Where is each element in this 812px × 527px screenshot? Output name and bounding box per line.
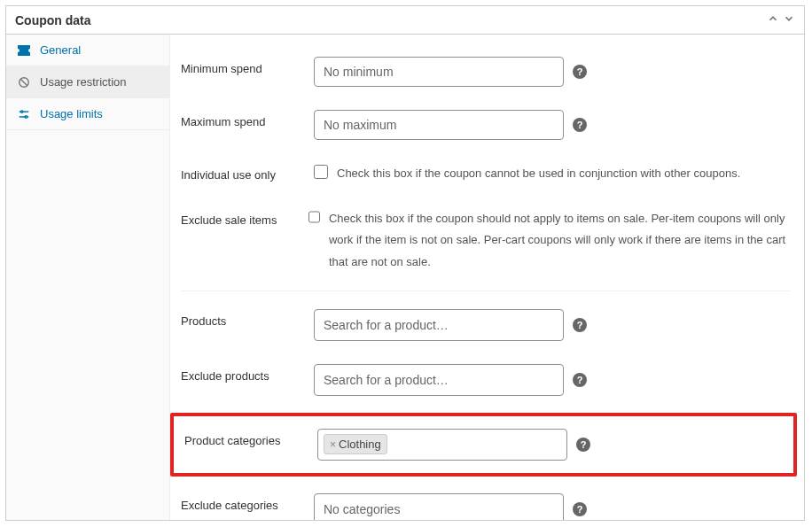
panel-body: General Usage restriction Usage limits M… xyxy=(6,35,804,520)
help-icon[interactable]: ? xyxy=(573,118,587,132)
row-exclude-categories: Exclude categories No categories ? xyxy=(181,482,790,520)
exclude-sale-desc: Check this box if the coupon should not … xyxy=(329,208,790,274)
products-placeholder: Search for a product… xyxy=(320,318,449,332)
row-exclude-sale: Exclude sale items Check this box if the… xyxy=(181,197,790,285)
row-maximum-spend: Maximum spend ? xyxy=(181,98,790,151)
exclude-products-select[interactable]: Search for a product… xyxy=(314,364,564,396)
category-tag-label: Clothing xyxy=(339,438,381,451)
product-categories-select[interactable]: × Clothing xyxy=(317,429,567,461)
sidebar-item-label: Usage restriction xyxy=(40,75,127,89)
sliders-icon xyxy=(17,108,31,120)
sidebar: General Usage restriction Usage limits xyxy=(6,35,170,520)
maximum-spend-input[interactable] xyxy=(314,110,564,140)
label-maximum-spend: Maximum spend xyxy=(181,110,314,128)
label-exclude-products: Exclude products xyxy=(181,364,314,383)
coupon-data-panel: Coupon data General Usage restrictio xyxy=(5,5,805,521)
exclude-categories-placeholder: No categories xyxy=(320,502,400,516)
exclude-categories-select[interactable]: No categories xyxy=(314,493,564,520)
sidebar-item-usage-limits[interactable]: Usage limits xyxy=(6,98,169,130)
help-icon[interactable]: ? xyxy=(573,318,587,332)
help-icon[interactable]: ? xyxy=(573,373,587,387)
row-individual-use: Individual use only Check this box if th… xyxy=(181,151,790,197)
panel-title: Coupon data xyxy=(15,13,91,27)
row-product-categories: Product categories × Clothing ? xyxy=(184,425,786,464)
collapse-up-icon[interactable] xyxy=(767,12,779,27)
individual-use-checkbox[interactable] xyxy=(314,165,328,179)
label-products: Products xyxy=(181,309,314,328)
exclude-sale-checkbox[interactable] xyxy=(308,210,320,224)
label-individual-use: Individual use only xyxy=(181,163,314,182)
collapse-down-icon[interactable] xyxy=(783,12,795,27)
individual-use-desc: Check this box if the coupon cannot be u… xyxy=(337,163,740,185)
row-products: Products Search for a product… ? xyxy=(181,291,790,353)
remove-tag-icon[interactable]: × xyxy=(330,438,336,451)
sidebar-item-usage-restriction[interactable]: Usage restriction xyxy=(6,66,169,98)
label-exclude-categories: Exclude categories xyxy=(181,493,314,512)
label-minimum-spend: Minimum spend xyxy=(181,57,314,75)
row-exclude-products: Exclude products Search for a product… ? xyxy=(181,353,790,407)
sidebar-item-label: General xyxy=(40,43,81,57)
help-icon[interactable]: ? xyxy=(573,65,587,79)
exclude-products-placeholder: Search for a product… xyxy=(320,373,449,387)
panel-header: Coupon data xyxy=(6,6,804,35)
category-tag: × Clothing xyxy=(324,434,387,454)
products-select[interactable]: Search for a product… xyxy=(314,309,564,341)
label-product-categories: Product categories xyxy=(184,429,317,447)
content: Minimum spend ? Maximum spend ? Individu… xyxy=(170,35,804,520)
svg-point-4 xyxy=(21,110,23,112)
minimum-spend-input[interactable] xyxy=(314,57,564,87)
ticket-icon xyxy=(17,45,31,56)
sidebar-item-label: Usage limits xyxy=(40,107,103,120)
label-exclude-sale: Exclude sale items xyxy=(181,208,308,227)
panel-toggle-group xyxy=(767,12,795,27)
svg-point-5 xyxy=(25,115,27,117)
row-minimum-spend: Minimum spend ? xyxy=(181,45,790,98)
svg-line-1 xyxy=(20,79,27,86)
help-icon[interactable]: ? xyxy=(576,438,590,452)
sidebar-item-general[interactable]: General xyxy=(6,35,169,66)
ban-icon xyxy=(17,76,31,89)
highlight-product-categories: Product categories × Clothing ? xyxy=(170,413,797,477)
help-icon[interactable]: ? xyxy=(573,502,587,516)
